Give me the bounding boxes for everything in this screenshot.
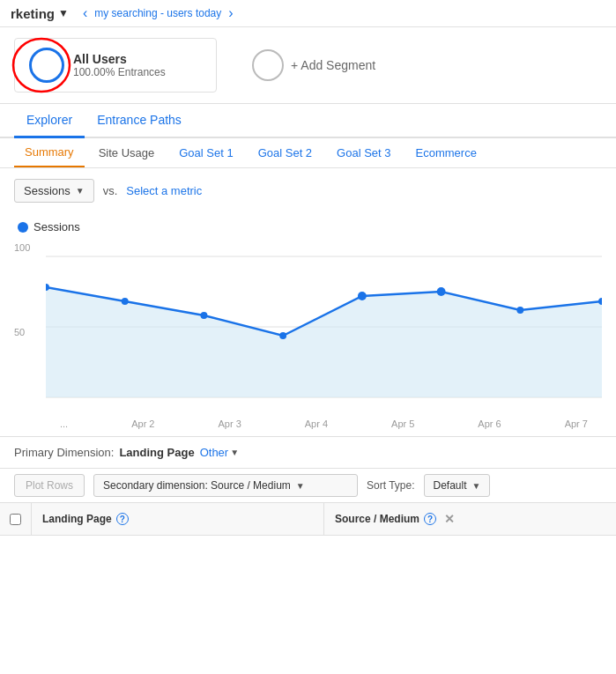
chevron-down-icon: ▼ bbox=[472, 481, 481, 491]
primary-dimension-row: Primary Dimension: Landing Page Other ▼ bbox=[0, 436, 616, 468]
plot-rows-button[interactable]: Plot Rows bbox=[14, 474, 85, 497]
secondary-dim-label: Secondary dimension: Source / Medium bbox=[103, 479, 291, 492]
chart-container: 100 50 bbox=[14, 239, 602, 415]
data-point-5 bbox=[437, 287, 446, 296]
select-all-checkbox[interactable] bbox=[10, 514, 21, 525]
vs-label: vs. bbox=[103, 184, 118, 197]
subtab-site-usage[interactable]: Site Usage bbox=[88, 139, 166, 167]
sort-default-label: Default bbox=[434, 479, 467, 492]
select-metric-link[interactable]: Select a metric bbox=[126, 184, 202, 197]
x-label-apr6: Apr 6 bbox=[478, 418, 501, 429]
nav-text: my searching - users today bbox=[94, 7, 221, 19]
metric-dropdown[interactable]: Sessions ▼ bbox=[14, 179, 94, 203]
metric-selected-label: Sessions bbox=[24, 184, 71, 197]
landing-page-help-icon[interactable]: ? bbox=[116, 513, 129, 525]
data-point-3 bbox=[279, 332, 286, 339]
table-header-checkbox-cell bbox=[0, 503, 32, 535]
header-bar: rketing ▼ ‹ my searching - users today › bbox=[0, 0, 616, 27]
forward-icon[interactable]: › bbox=[228, 5, 233, 21]
x-axis: ... Apr 2 Apr 3 Apr 4 Apr 5 Apr 6 Apr 7 bbox=[14, 415, 602, 436]
subtabs-row: Summary Site Usage Goal Set 1 Goal Set 2… bbox=[0, 138, 616, 168]
sessions-legend-dot bbox=[18, 222, 28, 233]
primary-dimension-label: Primary Dimension: bbox=[14, 446, 114, 459]
y-axis: 100 50 bbox=[14, 239, 30, 415]
primary-dimension-other[interactable]: Other ▼ bbox=[200, 446, 239, 459]
tab-entrance-paths[interactable]: Entrance Paths bbox=[85, 104, 194, 138]
data-point-4 bbox=[358, 292, 367, 300]
subtab-goal-set-1[interactable]: Goal Set 1 bbox=[168, 139, 243, 167]
source-medium-col-label: Source / Medium bbox=[335, 513, 419, 525]
y-label-mid: 50 bbox=[14, 327, 30, 337]
subtab-goal-set-3[interactable]: Goal Set 3 bbox=[326, 139, 401, 167]
chevron-down-icon[interactable]: ▼ bbox=[58, 7, 69, 19]
chart-fill-area bbox=[46, 287, 602, 397]
segment-percentage: 100.00% Entrances bbox=[73, 66, 166, 78]
segment-card-all-users[interactable]: All Users 100.00% Entrances bbox=[14, 38, 217, 93]
source-medium-help-icon[interactable]: ? bbox=[424, 513, 436, 525]
tab-explorer[interactable]: Explorer bbox=[14, 104, 85, 138]
table-header: Landing Page ? Source / Medium ? ✕ bbox=[0, 503, 616, 536]
header-title-text: rketing bbox=[11, 6, 55, 21]
data-point-6 bbox=[516, 307, 523, 314]
chevron-down-icon: ▼ bbox=[76, 186, 85, 196]
segment-circle-icon bbox=[29, 48, 64, 83]
add-segment-circle-icon bbox=[252, 49, 284, 81]
x-label-apr4: Apr 4 bbox=[305, 418, 328, 429]
close-icon[interactable]: ✕ bbox=[444, 512, 455, 526]
x-label-ellipsis: ... bbox=[60, 418, 68, 429]
x-label-apr7: Apr 7 bbox=[565, 418, 588, 429]
tabs-row: Explorer Entrance Paths bbox=[0, 104, 616, 138]
subtab-summary[interactable]: Summary bbox=[14, 138, 85, 167]
x-label-apr3: Apr 3 bbox=[218, 418, 241, 429]
sort-type-label: Sort Type: bbox=[367, 479, 414, 492]
add-segment-label: + Add Segment bbox=[291, 58, 375, 72]
data-point-1 bbox=[122, 298, 129, 305]
x-label-apr5: Apr 5 bbox=[391, 418, 414, 429]
sessions-legend-label: Sessions bbox=[33, 220, 80, 233]
toolbar-row: Plot Rows Secondary dimension: Source / … bbox=[0, 468, 616, 503]
subtab-goal-set-2[interactable]: Goal Set 2 bbox=[248, 139, 323, 167]
line-chart-svg bbox=[46, 239, 602, 415]
segments-area: All Users 100.00% Entrances + Add Segmen… bbox=[0, 27, 616, 104]
y-label-top: 100 bbox=[14, 242, 30, 253]
chevron-down-icon: ▼ bbox=[296, 481, 305, 491]
landing-page-col-label: Landing Page bbox=[42, 513, 112, 525]
header-nav: ‹ my searching - users today › bbox=[83, 5, 234, 21]
chart-legend: Sessions bbox=[14, 220, 602, 233]
chart-area: Sessions 100 50 bbox=[0, 213, 616, 436]
data-point-2 bbox=[200, 312, 207, 319]
subtab-ecommerce[interactable]: Ecommerce bbox=[405, 139, 487, 167]
back-icon[interactable]: ‹ bbox=[83, 5, 87, 21]
add-segment[interactable]: + Add Segment bbox=[252, 49, 375, 81]
header-title: rketing ▼ bbox=[11, 6, 69, 21]
sort-type-selector[interactable]: Default ▼ bbox=[424, 474, 491, 497]
segment-info: All Users 100.00% Entrances bbox=[73, 52, 166, 78]
other-label: Other bbox=[200, 446, 229, 459]
chevron-down-icon: ▼ bbox=[230, 448, 239, 457]
x-label-apr2: Apr 2 bbox=[131, 418, 154, 429]
segment-name: All Users bbox=[73, 52, 166, 66]
table-header-landing-page: Landing Page ? bbox=[32, 503, 324, 535]
metric-selector-row: Sessions ▼ vs. Select a metric bbox=[0, 168, 616, 213]
chart-svg bbox=[46, 239, 602, 415]
primary-dimension-active[interactable]: Landing Page bbox=[119, 446, 194, 459]
secondary-dimension-selector[interactable]: Secondary dimension: Source / Medium ▼ bbox=[93, 474, 358, 497]
table-header-source-medium: Source / Medium ? ✕ bbox=[324, 503, 616, 535]
